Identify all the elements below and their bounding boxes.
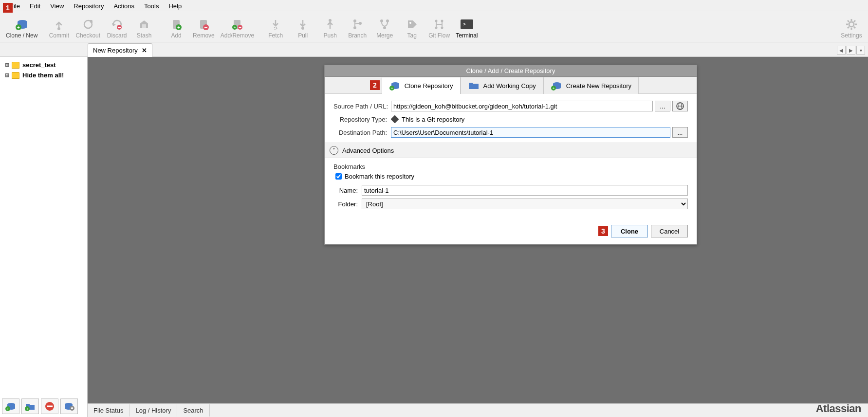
discard-icon [110,18,124,31]
svg-point-32 [435,27,438,29]
svg-point-29 [383,26,386,29]
tab-next-button[interactable]: ▶ [847,46,855,54]
toolbar-stash[interactable]: Stash [130,17,158,40]
toolbar-settings-label: Settings [841,32,862,39]
toolbar-push[interactable]: Push [316,17,344,40]
toolbar-fetch[interactable]: Fetch [262,17,289,40]
sidebar-add-folder-button[interactable]: + [21,399,39,414]
toolbar-commit[interactable]: Commit [45,17,73,40]
dialog-tab-clone[interactable]: + Clone Repository [382,77,461,94]
source-path-input[interactable] [391,101,653,111]
clone-icon: + [15,18,29,31]
sidebar-item-secret-test[interactable]: ⊞ secret_test [2,60,85,70]
svg-point-24 [353,19,356,22]
menu-tools[interactable]: Tools [139,1,164,11]
toolbar-git-flow-label: Git Flow [428,32,450,39]
toolbar-add-remove-label: Add/Remove [221,32,254,39]
browse-source-button[interactable]: ... [655,101,670,111]
menu-help[interactable]: Help [164,1,186,11]
bookmark-name-input[interactable] [362,185,688,196]
dialog-tab-add[interactable]: Add Working Copy [461,77,543,94]
menu-repository[interactable]: Repository [69,1,109,11]
status-tab-search[interactable]: Search [177,404,209,417]
toolbar-tag-label: Tag [407,32,416,39]
svg-point-59 [71,407,73,409]
add-remove-icon: + [230,18,244,31]
tab-close-icon[interactable]: ✕ [142,47,147,54]
hosted-repo-button[interactable] [672,101,688,111]
pull-icon [296,18,310,31]
repo-type-label: Repository Type: [333,116,387,123]
sidebar-item-label: Hide them all! [22,72,64,79]
tab-prev-button[interactable]: ◀ [837,46,846,54]
toolbar-checkout[interactable]: Checkout [73,17,103,40]
toolbar-add-label: Add [171,32,181,39]
sidebar-bottom-actions: + + [2,399,78,414]
toolbar-terminal[interactable]: >_ Terminal [453,17,480,40]
folder-icon [12,72,19,79]
toolbar-add-remove[interactable]: + Add/Remove [218,17,257,40]
advanced-options-toggle[interactable]: ˅ Advanced Options [325,143,697,158]
bookmark-folder-select[interactable]: [Root] [362,199,688,209]
source-path-label: Source Path / URL: [333,103,387,110]
toolbar-remove-label: Remove [193,32,215,39]
dest-path-input[interactable] [391,127,670,138]
sidebar-add-repo-button[interactable]: + [2,399,19,414]
expand-icon[interactable]: ⊞ [4,62,10,68]
cancel-button[interactable]: Cancel [651,225,688,237]
svg-rect-8 [118,27,121,28]
toolbar-git-flow[interactable]: Git Flow [425,17,453,40]
create-repo-icon: + [551,80,562,91]
toolbar-add[interactable]: + Add [163,17,190,40]
svg-line-43 [854,27,855,28]
toolbar-branch[interactable]: Branch [344,17,371,40]
menu-view[interactable]: View [45,1,69,11]
tab-new-repository[interactable]: New Repository ✕ [88,43,152,57]
toolbar-tag[interactable]: Tag [398,17,425,40]
toolbar-remove[interactable]: Remove [190,17,218,40]
sidebar-remove-button[interactable] [41,399,58,414]
gear-icon [845,18,858,31]
status-tab-log-history[interactable]: Log / History [129,404,177,417]
body: ⊞ secret_test ⊞ Hide them all! + + [0,57,868,417]
toolbar-settings[interactable]: Settings [838,17,865,40]
svg-text:+: + [26,407,29,411]
advanced-options-label: Advanced Options [342,147,394,154]
toolbar-merge[interactable]: Merge [371,17,398,40]
svg-rect-20 [239,27,241,28]
repo-type-value: This is a Git repository [402,116,464,123]
svg-text:+: + [234,25,236,30]
menu-actions[interactable]: Actions [109,1,139,11]
menu-edit[interactable]: Edit [25,1,45,11]
sidebar-item-hide-them-all[interactable]: ⊞ Hide them all! [2,70,85,80]
status-bar: File Status Log / History Search Atlassi… [88,403,868,417]
clone-repo-icon: + [389,80,401,91]
bookmarks-section: Bookmarks Bookmark this repository Name:… [333,163,688,215]
browse-dest-button[interactable]: ... [672,127,688,138]
svg-point-33 [441,20,443,22]
svg-text:+: + [7,407,9,411]
clone-button[interactable]: Clone [611,225,648,237]
dialog-tab-clone-label: Clone Repository [405,82,453,90]
git-icon [391,115,399,123]
toolbar-clone-new-label: Clone / New [6,32,37,39]
dialog-tab-create[interactable]: + Create New Repository [543,77,639,94]
toolbar-discard-label: Discard [107,32,127,39]
expand-icon[interactable]: ⊞ [4,72,10,78]
toolbar-discard[interactable]: Discard [103,17,130,40]
toolbar-clone-new[interactable]: + Clone / New [3,17,40,40]
callout-marker-2: 2 [370,80,380,90]
commit-icon [52,18,66,31]
status-tab-file-status[interactable]: File Status [88,404,129,417]
remove-icon [197,18,210,31]
svg-point-22 [301,27,304,30]
sidebar-settings-button[interactable] [60,399,78,414]
fetch-icon [269,18,282,31]
bookmark-checkbox[interactable] [335,173,342,180]
sidebar: ⊞ secret_test ⊞ Hide them all! + + [0,57,88,417]
dialog-title: Clone / Add / Create Repository [325,65,697,77]
toolbar-pull[interactable]: Pull [289,17,316,40]
tab-list-button[interactable]: ▾ [856,46,865,54]
toolbar-pull-label: Pull [298,32,308,39]
brand-logo: Atlassian [816,402,861,415]
